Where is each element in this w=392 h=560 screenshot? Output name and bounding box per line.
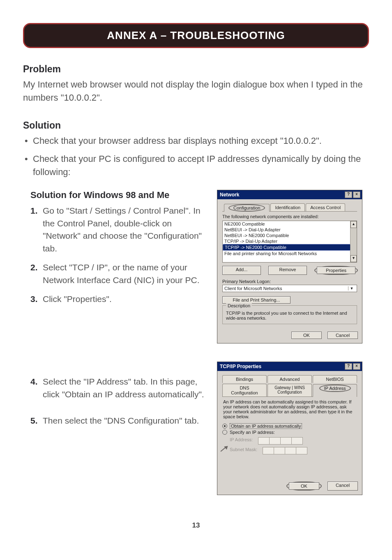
- description-label: Description: [226, 303, 252, 308]
- tcpip-dialog: TCP/IP Properties ? × Bindings Advanced …: [217, 362, 362, 495]
- scrollbar[interactable]: ▲ ▼: [350, 221, 357, 262]
- add-button[interactable]: Add...: [222, 266, 261, 275]
- list-item[interactable]: NE2000 Compatible: [223, 221, 357, 227]
- ip-address-field: [258, 437, 303, 445]
- callout-circle: IP Address: [319, 385, 351, 392]
- ip-blurb: An IP address can be automatically assig…: [223, 399, 356, 419]
- callout-arrow-icon: [220, 447, 226, 452]
- list-item[interactable]: NetBEUI -> NE2000 Compatible: [223, 233, 357, 238]
- primary-logon-label: Primary Network Logon:: [222, 279, 357, 284]
- description-text: TCP/IP is the protocol you use to connec…: [226, 311, 353, 320]
- step-item: 3.Click "Properties".: [30, 293, 205, 305]
- solution-heading: Solution: [23, 120, 369, 131]
- cancel-button[interactable]: Cancel: [327, 332, 358, 339]
- radio-obtain-auto[interactable]: Obtain an IP address automatically: [222, 423, 357, 429]
- file-print-sharing-button[interactable]: File and Print Sharing...: [222, 296, 291, 304]
- tab-ip-address[interactable]: IP Address: [313, 384, 357, 397]
- step-item: 5.Then select the "DNS Configuration" ta…: [30, 415, 205, 427]
- remove-button[interactable]: Remove: [268, 266, 307, 275]
- subnet-mask-label: Subnet Mask:: [230, 447, 257, 454]
- scroll-up-icon[interactable]: ▲: [350, 221, 357, 228]
- radio-dot-icon: [222, 430, 227, 435]
- tab-dns[interactable]: DNS Configuration: [222, 384, 267, 396]
- tab-gateway-wins[interactable]: Gateway | WINS Configuration: [267, 384, 312, 396]
- step-text: Go to "Start / Settings / Control Panel"…: [43, 206, 202, 253]
- ip-address-label: IP Address:: [230, 437, 253, 445]
- list-caption: The following network components are ins…: [222, 214, 357, 219]
- step-item: 2.Select "TCP / IP", or the name of your…: [30, 261, 205, 286]
- tab-access-control[interactable]: Access Control: [306, 203, 345, 211]
- callout-circle: Configuration: [228, 204, 265, 212]
- radio-specify[interactable]: Specify an IP address:: [222, 430, 357, 435]
- primary-logon-select[interactable]: Client for Microsoft Networks ▼: [222, 285, 357, 292]
- close-icon[interactable]: ×: [353, 363, 360, 370]
- subnet-mask-field: [263, 447, 307, 454]
- step-item: 4.Select the "IP Address" tab. In this p…: [30, 376, 205, 401]
- tab-identification[interactable]: Identification: [270, 203, 305, 211]
- step-text: Click "Properties".: [43, 294, 112, 304]
- help-icon[interactable]: ?: [345, 363, 352, 370]
- radio-label: Obtain an IP address automatically: [230, 423, 302, 429]
- callout-circle: OK: [286, 482, 322, 491]
- tab-configuration[interactable]: Configuration: [224, 204, 270, 212]
- radio-dot-icon: [222, 424, 227, 429]
- primary-logon-value: Client for Microsoft Networks: [224, 286, 282, 291]
- dialog-title: TCP/IP Properties: [220, 364, 261, 369]
- list-item[interactable]: File and printer sharing for Microsoft N…: [223, 251, 357, 256]
- win98-heading: Solution for Windows 98 and Me: [30, 190, 205, 200]
- solution-bullet: Check that your browser address bar disp…: [23, 134, 369, 147]
- list-item-selected[interactable]: TCP/IP -> NE2000 Compatible: [223, 244, 357, 251]
- problem-heading: Problem: [23, 64, 369, 75]
- close-icon[interactable]: ×: [353, 191, 360, 198]
- components-list[interactable]: NE2000 Compatible NetBEUI -> Dial-Up Ada…: [222, 221, 357, 263]
- solution-bullet: Check that your PC is configured to acce…: [23, 152, 369, 179]
- ok-button[interactable]: OK: [289, 482, 319, 490]
- list-item[interactable]: TCP/IP -> Dial-Up Adapter: [223, 238, 357, 244]
- callout-circle: Properties: [314, 266, 358, 275]
- scroll-down-icon[interactable]: ▼: [350, 255, 357, 262]
- problem-text: My Internet web browser would not displa…: [23, 78, 369, 104]
- ok-button[interactable]: OK: [291, 332, 322, 339]
- step-item: 1.Go to "Start / Settings / Control Pane…: [30, 205, 205, 255]
- step-text: Select the "IP Address" tab. In this pag…: [43, 377, 204, 399]
- tab-bindings[interactable]: Bindings: [222, 375, 267, 383]
- cancel-button[interactable]: Cancel: [327, 482, 358, 491]
- tab-advanced[interactable]: Advanced: [267, 375, 312, 383]
- dialog-title: Network: [220, 192, 239, 198]
- properties-button[interactable]: Properties: [317, 267, 355, 274]
- step-text: Then select the "DNS Configuration" tab.: [43, 416, 199, 425]
- list-item[interactable]: NetBEUI -> Dial-Up Adapter: [223, 227, 357, 233]
- chevron-down-icon[interactable]: ▼: [348, 286, 355, 290]
- step-text: Select "TCP / IP", or the name of your N…: [43, 263, 200, 284]
- tab-netbios[interactable]: NetBIOS: [313, 375, 357, 383]
- help-icon[interactable]: ?: [345, 191, 352, 198]
- radio-label: Specify an IP address:: [230, 430, 275, 435]
- page-number: 13: [23, 521, 369, 530]
- banner-title: ANNEX A – TROUBLESHOOTING: [23, 23, 369, 48]
- network-dialog: Network ? × Configuration Identification…: [217, 190, 362, 343]
